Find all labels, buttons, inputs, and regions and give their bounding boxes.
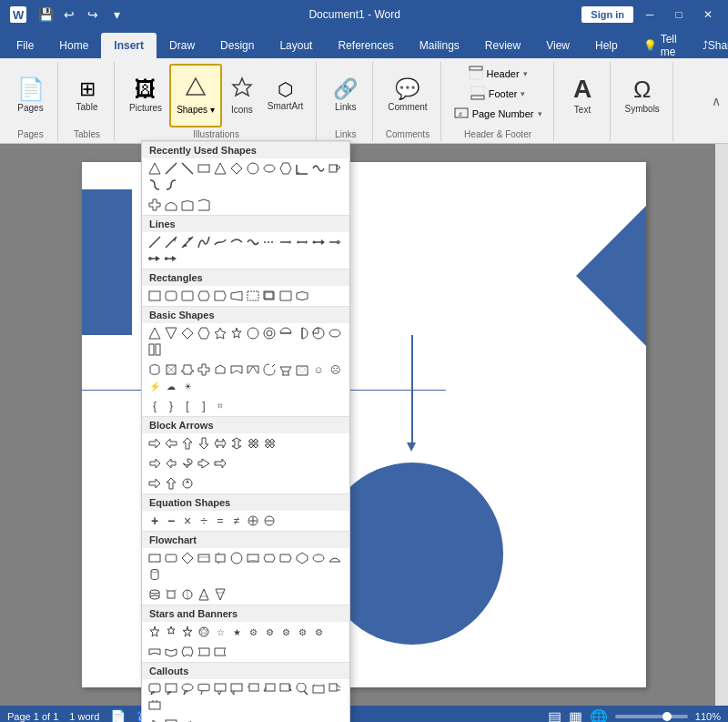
- vertical-scrollbar[interactable]: [715, 144, 728, 706]
- shape-item[interactable]: [262, 436, 277, 451]
- shape-item[interactable]: [246, 436, 260, 451]
- shape-item[interactable]: [147, 698, 162, 713]
- shape-item[interactable]: [197, 326, 211, 341]
- shape-item[interactable]: [147, 235, 162, 249]
- shape-item[interactable]: [229, 235, 244, 249]
- tab-help[interactable]: Help: [582, 33, 631, 58]
- shape-item[interactable]: [197, 436, 211, 451]
- shape-item[interactable]: [: [180, 399, 195, 413]
- shape-item[interactable]: [164, 551, 178, 565]
- shape-item[interactable]: {: [147, 399, 162, 413]
- shape-item[interactable]: [278, 289, 293, 303]
- shape-item[interactable]: [229, 362, 244, 377]
- shape-item[interactable]: [262, 326, 277, 341]
- shape-item[interactable]: [295, 289, 309, 303]
- shape-item[interactable]: [246, 289, 260, 303]
- tab-view[interactable]: View: [533, 33, 582, 58]
- shape-item[interactable]: [213, 362, 228, 377]
- shape-item[interactable]: [164, 436, 178, 451]
- tab-layout[interactable]: Layout: [267, 33, 325, 58]
- shape-item[interactable]: [164, 682, 178, 697]
- shape-item[interactable]: [197, 551, 211, 565]
- shape-item[interactable]: [164, 456, 178, 471]
- shape-item[interactable]: ⚡: [147, 379, 162, 393]
- tab-design[interactable]: Design: [207, 33, 267, 58]
- shape-item[interactable]: [180, 289, 195, 303]
- diamond-shape[interactable]: [576, 192, 646, 360]
- shape-item[interactable]: [197, 587, 211, 602]
- shape-item[interactable]: ☹: [328, 362, 342, 377]
- shape-item[interactable]: [229, 436, 244, 451]
- view-web-icon[interactable]: 🌐: [590, 708, 608, 723]
- shape-item[interactable]: [164, 625, 178, 639]
- shape-item[interactable]: [213, 161, 228, 176]
- view-normal-icon[interactable]: ▤: [548, 708, 561, 723]
- shape-item[interactable]: [164, 587, 178, 602]
- tab-home[interactable]: Home: [46, 33, 101, 58]
- shape-item[interactable]: [278, 326, 293, 341]
- shape-item[interactable]: [164, 645, 178, 659]
- shape-item[interactable]: [262, 551, 277, 565]
- shape-item[interactable]: [180, 645, 195, 659]
- shape-item[interactable]: [164, 718, 178, 722]
- comment-button[interactable]: 💬 Comment: [382, 64, 432, 127]
- shape-item[interactable]: [262, 289, 277, 303]
- shape-item[interactable]: =: [213, 514, 228, 528]
- shape-item[interactable]: [147, 161, 162, 176]
- shape-item[interactable]: [262, 682, 277, 697]
- shape-item[interactable]: ⚙: [262, 625, 277, 639]
- pages-button[interactable]: 📄 Pages: [12, 64, 50, 127]
- shape-item[interactable]: [147, 178, 162, 192]
- shape-item[interactable]: +: [147, 514, 162, 528]
- tab-references[interactable]: References: [325, 33, 406, 58]
- shape-item[interactable]: [164, 251, 178, 266]
- shape-item[interactable]: ⚙: [246, 625, 260, 639]
- shape-item[interactable]: [147, 625, 162, 639]
- shape-item[interactable]: ✐: [180, 718, 195, 722]
- shape-item[interactable]: [213, 326, 228, 341]
- shape-item[interactable]: [262, 362, 277, 377]
- shape-item[interactable]: [213, 682, 228, 697]
- pictures-button[interactable]: 🖼 Pictures: [124, 64, 167, 127]
- shape-item[interactable]: [180, 326, 195, 341]
- shape-item[interactable]: [164, 235, 178, 249]
- header-button[interactable]: Header ▾: [465, 64, 531, 84]
- shape-item[interactable]: [262, 514, 277, 528]
- shape-item[interactable]: [295, 235, 309, 249]
- shape-item[interactable]: [213, 587, 228, 602]
- shape-item[interactable]: [180, 198, 195, 212]
- shape-item[interactable]: ⌗: [213, 399, 228, 413]
- shape-item[interactable]: [147, 251, 162, 266]
- shape-item[interactable]: [197, 682, 211, 697]
- shape-item[interactable]: −: [164, 514, 178, 528]
- shape-item[interactable]: [278, 161, 293, 176]
- shape-item[interactable]: [213, 551, 228, 565]
- view-layout-icon[interactable]: ▦: [569, 708, 582, 723]
- smartart-button[interactable]: ⬡ SmartArt: [262, 64, 308, 127]
- shape-item[interactable]: [295, 161, 309, 176]
- tab-insert[interactable]: Insert: [101, 33, 157, 58]
- shape-item[interactable]: [213, 235, 228, 249]
- redo-button[interactable]: ↪: [82, 4, 104, 25]
- shape-item[interactable]: [311, 161, 326, 176]
- shape-item[interactable]: [278, 682, 293, 697]
- shape-item[interactable]: [295, 682, 309, 697]
- shape-item[interactable]: [229, 326, 244, 341]
- shape-item[interactable]: ÷: [197, 514, 211, 528]
- shape-item[interactable]: [229, 161, 244, 176]
- shape-item[interactable]: [295, 551, 309, 565]
- shape-item[interactable]: ×: [180, 514, 195, 528]
- tab-share[interactable]: ⤴ Share: [690, 33, 728, 58]
- blue-rectangle-shape[interactable]: [82, 189, 132, 335]
- text-button[interactable]: A Text: [564, 64, 601, 127]
- shape-item[interactable]: [328, 326, 342, 341]
- shape-item[interactable]: [147, 645, 162, 659]
- shape-item[interactable]: [311, 551, 326, 565]
- shape-item[interactable]: [164, 476, 178, 491]
- shape-item[interactable]: [246, 161, 260, 176]
- shape-item[interactable]: [180, 436, 195, 451]
- table-button[interactable]: ⊞ Table: [69, 64, 106, 127]
- shape-item[interactable]: [278, 551, 293, 565]
- shape-item[interactable]: [180, 161, 195, 176]
- shape-item[interactable]: [262, 235, 277, 249]
